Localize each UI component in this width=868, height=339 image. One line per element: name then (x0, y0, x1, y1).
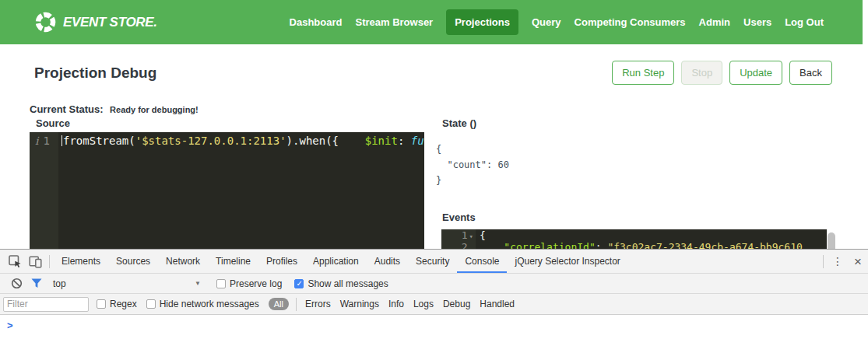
preserve-log-label: Preserve log (230, 278, 282, 289)
info-annotation-icon: i (35, 133, 38, 149)
nav-item-dashboard[interactable]: Dashboard (290, 9, 343, 35)
source-heading: Source (36, 117, 70, 129)
filter-funnel-icon[interactable] (26, 274, 47, 294)
action-buttons: Run Step Stop Update Back (612, 61, 832, 85)
tab-network[interactable]: Network (158, 250, 208, 273)
events-code-editor[interactable]: 1▾ { 2▾ "correlationId": "f3c02ac7-2334-… (441, 229, 827, 249)
nav-item-stream-browser[interactable]: Stream Browser (355, 9, 433, 35)
tab-elements[interactable]: Elements (54, 250, 108, 273)
tab-timeline[interactable]: Timeline (208, 250, 258, 273)
events-line1-code: { (476, 229, 486, 241)
nav-item-competing-consumers[interactable]: Competing Consumers (575, 9, 686, 35)
close-devtools-icon[interactable]: × (848, 251, 868, 271)
state-json: { "count": 60 } (436, 142, 509, 188)
navbar: EVENT STORE. Dashboard Stream Browser Pr… (0, 0, 863, 44)
main-nav: Dashboard Stream Browser Projections Que… (290, 9, 824, 35)
dropdown-arrow-icon: ▼ (195, 280, 201, 287)
nav-item-projections[interactable]: Projections (446, 9, 518, 35)
back-button[interactable]: Back (789, 61, 832, 85)
tab-console[interactable]: Console (457, 250, 507, 273)
show-all-messages-label: Show all messages (307, 278, 388, 289)
eventstore-logo-icon (35, 12, 56, 33)
current-status: Current Status: Ready for debugging! (30, 102, 199, 116)
status-value: Ready for debugging! (110, 105, 199, 114)
regex-checkbox[interactable] (97, 299, 106, 309)
nav-item-query[interactable]: Query (532, 9, 561, 35)
stop-button[interactable]: Stop (681, 61, 722, 85)
page-title: Projection Debug (34, 65, 156, 82)
hide-network-messages-label: Hide network messages (160, 299, 259, 309)
toolbar-separator (49, 255, 50, 268)
events-line1-gutter[interactable]: 1▾ (441, 229, 476, 241)
filter-level-warnings[interactable]: Warnings (340, 299, 379, 309)
tab-jquery-selector-inspector[interactable]: jQuery Selector Inspector (507, 250, 627, 273)
brand-logo[interactable]: EVENT STORE. (35, 12, 157, 33)
devtools-panel: Elements Sources Network Timeline Profil… (0, 249, 868, 339)
clear-console-icon[interactable] (6, 274, 26, 294)
source-editor-gutter: i 1 (30, 132, 58, 249)
device-toolbar-icon[interactable] (25, 251, 45, 271)
console-toolbar: top ▼ Preserve log Show all messages (0, 274, 868, 294)
nav-item-users[interactable]: Users (743, 9, 771, 35)
fold-caret-icon: ▾ (469, 232, 473, 240)
nav-item-admin[interactable]: Admin (699, 9, 730, 35)
page-scrollbar[interactable] (863, 0, 868, 249)
events-heading: Events (442, 211, 476, 223)
source-code-line: fromStream('$stats-127.0.0.1:2113').when… (58, 132, 424, 249)
toolbar-separator (823, 255, 824, 268)
text-cursor (61, 135, 62, 146)
tab-sources[interactable]: Sources (108, 250, 158, 273)
preserve-log-checkbox[interactable] (216, 279, 226, 288)
execution-context-selector[interactable]: top ▼ (53, 278, 201, 289)
devtools-tabbar: Elements Sources Network Timeline Profil… (0, 250, 868, 274)
console-prompt-icon: > (7, 320, 13, 330)
tab-application[interactable]: Application (305, 250, 367, 273)
status-label: Current Status: (30, 103, 104, 115)
events-line2-code: "correlationId": "f3c02ac7-2334-49cb-a67… (476, 241, 803, 249)
tab-profiles[interactable]: Profiles (258, 250, 305, 273)
filter-level-all[interactable]: All (269, 298, 289, 310)
update-button[interactable]: Update (729, 61, 782, 85)
filter-level-info[interactable]: Info (388, 299, 404, 309)
inspect-element-icon[interactable] (5, 251, 25, 271)
events-line2-gutter: 2▾ (441, 241, 476, 249)
console-filter-row: Regex Hide network messages All Errors W… (0, 294, 868, 315)
overflow-menu-icon[interactable]: ⋮ (828, 251, 848, 271)
tab-security[interactable]: Security (408, 250, 457, 273)
nav-item-log-out[interactable]: Log Out (785, 9, 824, 35)
regex-label: Regex (110, 299, 137, 309)
filter-level-handled[interactable]: Handled (480, 299, 515, 309)
line-number: 1 (43, 133, 49, 149)
show-all-messages-checkbox[interactable] (294, 279, 304, 288)
filter-separator (296, 298, 297, 311)
brand-text: EVENT STORE. (63, 15, 157, 30)
hide-network-messages-checkbox[interactable] (146, 299, 156, 309)
filter-input[interactable] (3, 297, 89, 312)
source-code-editor[interactable]: i 1 fromStream('$stats-127.0.0.1:2113').… (30, 132, 424, 249)
filter-level-errors[interactable]: Errors (305, 299, 331, 309)
run-step-button[interactable]: Run Step (612, 61, 674, 85)
state-heading: State () (442, 117, 476, 129)
filter-level-debug[interactable]: Debug (443, 299, 470, 309)
context-label: top (53, 278, 195, 289)
filter-level-logs[interactable]: Logs (413, 299, 434, 309)
tab-audits[interactable]: Audits (367, 250, 408, 273)
console-input-area[interactable]: > (0, 315, 868, 339)
